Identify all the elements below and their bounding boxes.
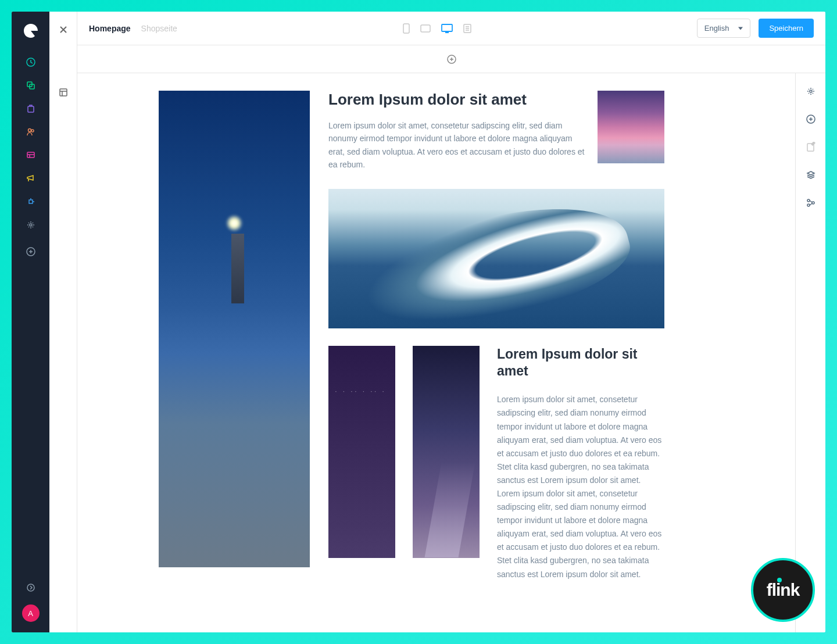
page-settings-icon[interactable] — [806, 86, 816, 96]
main-nav-sidebar: A — [12, 12, 49, 632]
save-button[interactable]: Speichern — [759, 19, 814, 38]
navigator-icon[interactable] — [806, 198, 816, 208]
breadcrumb-inactive[interactable]: Shopseite — [141, 24, 177, 33]
catalog-icon[interactable] — [26, 80, 36, 91]
marketing-icon[interactable] — [26, 173, 36, 184]
svg-point-19 — [807, 199, 810, 202]
tools-sidebar — [795, 73, 825, 632]
language-select[interactable]: English — [697, 19, 751, 38]
image-lighthouse[interactable] — [159, 91, 310, 567]
form-viewport-icon[interactable] — [463, 23, 472, 34]
image-sunset[interactable] — [598, 91, 664, 163]
svg-rect-12 — [421, 25, 430, 32]
close-icon[interactable] — [58, 24, 69, 35]
svg-point-9 — [27, 584, 34, 591]
add-section-icon[interactable] — [806, 114, 816, 124]
flink-badge[interactable]: flink — [751, 558, 815, 622]
settings-icon[interactable] — [26, 220, 36, 230]
content-icon[interactable] — [26, 150, 36, 160]
add-icon[interactable] — [26, 246, 36, 257]
app-logo[interactable] — [22, 22, 40, 40]
user-avatar[interactable]: A — [22, 604, 40, 622]
add-block-icon[interactable] — [446, 54, 457, 65]
svg-rect-10 — [60, 89, 67, 96]
svg-rect-3 — [28, 106, 34, 112]
image-stars-left[interactable] — [328, 346, 395, 558]
breadcrumb-active[interactable]: Homepage — [89, 24, 131, 33]
dashboard-icon[interactable] — [26, 57, 36, 67]
viewport-switcher — [402, 23, 472, 34]
mobile-viewport-icon[interactable] — [402, 23, 410, 34]
secondary-sidebar — [49, 12, 77, 632]
block2-heading: Lorem Ipsum dolor sit amet — [497, 346, 664, 381]
svg-point-7 — [30, 224, 32, 226]
image-wave[interactable] — [328, 189, 664, 328]
extensions-icon[interactable] — [26, 196, 36, 207]
layers-icon[interactable] — [806, 170, 816, 180]
svg-point-16 — [810, 90, 812, 92]
desktop-viewport-icon[interactable] — [441, 23, 453, 34]
layout-icon[interactable] — [58, 87, 69, 98]
text-block-2[interactable]: Lorem Ipsum dolor sit amet Lorem ipsum d… — [497, 346, 664, 581]
topbar: Homepage Shopseite English Speichern — [77, 12, 825, 45]
block1-heading: Lorem Ipsum dolor sit amet — [328, 91, 586, 109]
orders-icon[interactable] — [26, 103, 36, 114]
edit-icon[interactable] — [806, 142, 816, 152]
svg-point-21 — [812, 202, 814, 204]
breadcrumb: Homepage Shopseite — [89, 24, 177, 33]
collapse-icon[interactable] — [26, 582, 36, 593]
customers-icon[interactable] — [26, 127, 36, 137]
canvas: Lorem Ipsum dolor sit amet Lorem ipsum d… — [77, 73, 795, 632]
text-image-block[interactable]: Lorem Ipsum dolor sit amet Lorem ipsum d… — [328, 91, 664, 171]
svg-point-4 — [28, 129, 31, 132]
block-toolbar — [77, 45, 825, 73]
svg-point-5 — [31, 130, 34, 132]
main-area: Homepage Shopseite English Speichern — [77, 12, 825, 632]
tablet-viewport-icon[interactable] — [420, 24, 431, 33]
svg-point-20 — [807, 204, 810, 206]
block2-body: Lorem ipsum dolor sit amet, consetetur s… — [497, 393, 664, 581]
block1-body: Lorem ipsum dolor sit amet, consetetur s… — [328, 119, 586, 171]
image-stars-right[interactable] — [413, 346, 480, 558]
flink-badge-text: flink — [767, 580, 800, 600]
svg-rect-13 — [442, 24, 452, 31]
svg-rect-11 — [403, 24, 409, 33]
